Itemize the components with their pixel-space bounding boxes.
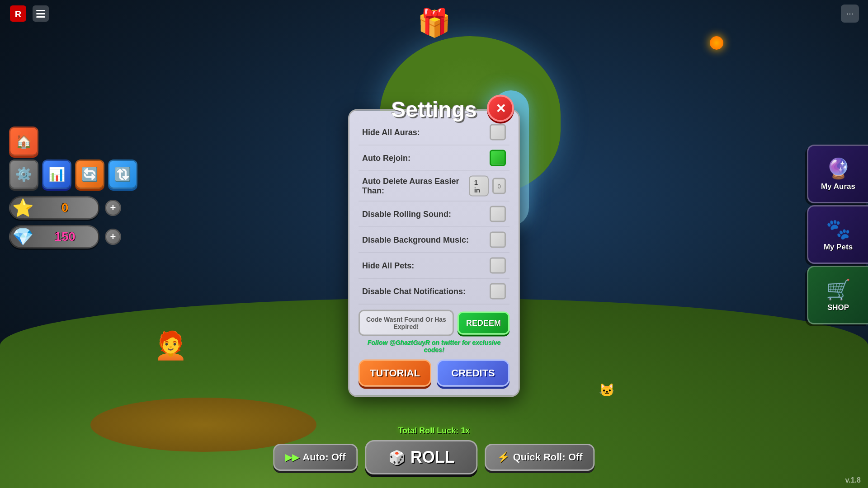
- hide-pets-row: Hide All Pets:: [359, 253, 509, 279]
- disable-music-row: Disable Background Music:: [359, 227, 509, 253]
- hide-auras-label: Hide All Auras:: [362, 127, 420, 137]
- disable-chat-label: Disable Chat Notifications:: [362, 286, 466, 296]
- auto-delete-row: Auto Delete Auras Easier Than: 1 in 0: [359, 171, 509, 202]
- disable-music-checkbox[interactable]: [490, 232, 506, 248]
- settings-title: Settings: [391, 97, 476, 122]
- auto-rejoin-row: Auto Rejoin:: [359, 145, 509, 171]
- hide-auras-checkbox[interactable]: [490, 124, 506, 141]
- disable-sound-row: Disable Rolling Sound:: [359, 202, 509, 227]
- settings-action-buttons: TUTORIAL CREDITS: [359, 360, 509, 387]
- disable-chat-checkbox[interactable]: [490, 283, 506, 300]
- redeem-button[interactable]: REDEEM: [458, 311, 509, 334]
- close-settings-button[interactable]: ✕: [487, 95, 514, 122]
- disable-sound-label: Disable Rolling Sound:: [362, 209, 451, 219]
- code-area: Code Wasnt Found Or Has Expired! REDEEM: [359, 310, 509, 336]
- promo-text: Follow @GhaztGuyR on twitter for exclusi…: [359, 339, 509, 353]
- settings-overlay: Settings ✕ Hide All Auras: Auto Rejoin: …: [0, 0, 868, 488]
- settings-modal: Settings ✕ Hide All Auras: Auto Rejoin: …: [348, 109, 520, 397]
- tutorial-button[interactable]: TUTORIAL: [359, 360, 431, 387]
- credits-button[interactable]: CREDITS: [437, 360, 509, 387]
- auto-delete-label: Auto Delete Auras Easier Than:: [362, 177, 469, 196]
- auto-delete-controls: 1 in 0: [469, 176, 506, 197]
- disable-sound-checkbox[interactable]: [490, 206, 506, 222]
- hide-pets-checkbox[interactable]: [490, 258, 506, 274]
- hide-pets-label: Hide All Pets:: [362, 261, 414, 270]
- code-input[interactable]: Code Wasnt Found Or Has Expired!: [359, 310, 454, 336]
- hide-auras-row: Hide All Auras:: [359, 120, 509, 145]
- auto-delete-unit[interactable]: 1 in: [469, 176, 489, 197]
- disable-chat-row: Disable Chat Notifications:: [359, 279, 509, 305]
- disable-music-label: Disable Background Music:: [362, 235, 469, 244]
- auto-delete-value[interactable]: 0: [492, 178, 506, 194]
- auto-rejoin-checkbox[interactable]: [490, 150, 506, 166]
- auto-rejoin-label: Auto Rejoin:: [362, 153, 410, 163]
